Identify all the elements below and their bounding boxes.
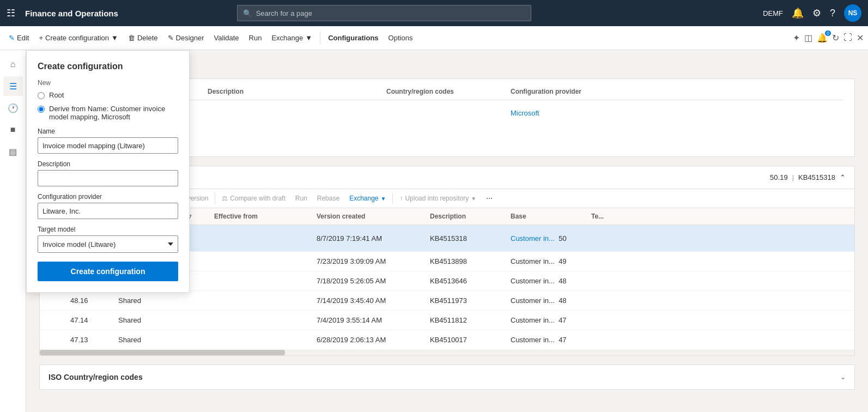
validate-button[interactable]: Validate	[210, 32, 244, 44]
row-version-created: 6/28/2019 2:06:13 AM	[317, 336, 426, 344]
radio-root-label: Root	[49, 91, 64, 99]
row-base: Customer in... 50	[511, 234, 587, 243]
designer-button[interactable]: ✎ Designer	[163, 32, 209, 44]
notif-badge-icon[interactable]: 🔔 0	[817, 33, 828, 43]
radio-derive-option[interactable]: Derive from Name: Customer invoice model…	[38, 105, 178, 121]
base-link[interactable]: Customer in...	[511, 234, 555, 243]
configurations-button[interactable]: Configurations	[324, 32, 383, 44]
radio-derive-label: Derive from Name: Customer invoice model…	[49, 105, 178, 121]
designer-label: Designer	[176, 34, 204, 42]
version-num: 50.19	[770, 173, 788, 181]
delete-button[interactable]: 🗑 Delete	[124, 32, 162, 44]
table-row[interactable]: 47.13 Shared 6/28/2019 2:06:13 AM KB4510…	[40, 330, 854, 350]
ver-divider-3	[215, 193, 215, 204]
kb-num: KB4515318	[798, 173, 835, 181]
ver-exchange-caret: ▼	[381, 196, 386, 202]
search-icon: 🔍	[243, 9, 252, 17]
top-nav: ☷ Finance and Operations 🔍 Search for a …	[0, 0, 868, 26]
settings-icon[interactable]: ⚙	[812, 7, 821, 19]
config-provider-value: Microsoft	[511, 109, 843, 117]
description-input[interactable]	[38, 170, 178, 186]
col-description: Description	[208, 88, 382, 95]
main-layout: ⌂ ☰ 🕐 ■ ▤ Create configuration New Root …	[0, 50, 868, 412]
table-row[interactable]: 47.14 Shared 7/4/2019 3:55:14 AM KB45118…	[40, 311, 854, 330]
upload-icon: ↑	[399, 195, 403, 202]
row-description: KB4513646	[430, 277, 506, 285]
upload-repo-button[interactable]: ↑ Upload into repository ▼	[395, 192, 481, 204]
radio-root-option[interactable]: Root	[38, 91, 178, 99]
user-label: DEMF	[763, 9, 783, 17]
compare-draft-button[interactable]: ⚖ Compare with draft	[217, 192, 289, 204]
iso-caret-icon: ⌄	[840, 373, 846, 381]
trash-icon: 🗑	[128, 34, 135, 42]
row-base: Customer in... 47	[511, 336, 587, 344]
search-box[interactable]: 🔍 Search for a page	[237, 5, 531, 21]
radio-derive[interactable]	[38, 106, 45, 113]
exchange-button[interactable]: Exchange ▼	[267, 32, 317, 44]
panel-new-label: New	[38, 79, 178, 87]
row-status: Shared	[118, 336, 184, 344]
rebase-button[interactable]: Rebase	[313, 192, 344, 204]
expand-icon[interactable]: ⛶	[843, 33, 852, 43]
row-base: Customer in... 49	[511, 257, 587, 265]
sidebar-home-icon[interactable]: ⌂	[3, 54, 23, 74]
configurations-label: Configurations	[328, 34, 378, 42]
options-button[interactable]: Options	[384, 32, 417, 44]
upload-repo-label: Upload into repository	[405, 195, 469, 202]
help-icon[interactable]: ?	[830, 8, 835, 19]
row-status: Shared	[118, 316, 184, 324]
run-label: Run	[249, 34, 262, 42]
ver-run-button[interactable]: Run	[291, 192, 312, 204]
ext-icon[interactable]: ◫	[804, 33, 812, 43]
iso-header[interactable]: ISO Country/region codes ⌄	[40, 365, 854, 389]
delete-label: Delete	[137, 34, 158, 42]
row-base-num: 47	[559, 316, 566, 324]
sidebar-dashboard-icon[interactable]: ■	[3, 120, 23, 140]
edit-icon: ✎	[9, 34, 15, 42]
create-configuration-button[interactable]: Create configuration	[38, 262, 178, 281]
hamburger-icon[interactable]: ☷	[7, 7, 15, 19]
col-country: Country/region codes	[386, 88, 506, 95]
provider-input[interactable]	[38, 203, 178, 219]
radio-root[interactable]	[38, 92, 45, 99]
designer-icon: ✎	[168, 34, 174, 42]
sidebar-recent-icon[interactable]: 🕐	[3, 98, 23, 118]
search-placeholder: Search for a page	[256, 9, 312, 17]
close-icon[interactable]: ✕	[857, 33, 864, 43]
col-base: Base	[511, 213, 587, 220]
caret-icon: ▼	[111, 34, 118, 42]
sidebar-list-icon[interactable]: ☰	[3, 76, 23, 96]
ver-exchange-label: Exchange	[349, 195, 378, 202]
toolbar: ✎ Edit + Create configuration ▼ 🗑 Delete…	[0, 26, 868, 50]
ver-divider-4	[392, 193, 393, 204]
collapse-icon[interactable]: ⌃	[840, 173, 846, 181]
run-button[interactable]: Run	[245, 32, 266, 44]
refresh-icon[interactable]: ↻	[832, 33, 839, 43]
h-scroll[interactable]	[40, 350, 854, 355]
avatar[interactable]: NS	[844, 4, 861, 22]
target-model-select[interactable]: Invoice model (Litware)	[38, 235, 178, 253]
bell-icon[interactable]: 🔔	[792, 7, 804, 19]
row-base-num: 50	[559, 234, 566, 243]
h-scroll-thumb[interactable]	[40, 350, 285, 355]
top-nav-right: DEMF 🔔 ⚙ ? NS	[763, 4, 861, 22]
row-description: KB4515318	[430, 234, 506, 243]
sidebar-reports-icon[interactable]: ▤	[3, 142, 23, 161]
plus-icon: +	[39, 34, 43, 42]
row-description: KB4511973	[430, 296, 506, 305]
row-base: Customer in... 48	[511, 296, 587, 305]
edit-button[interactable]: ✎ Edit	[4, 32, 33, 44]
more-icon: ⋯	[486, 195, 493, 202]
row-description: KB4511812	[430, 316, 506, 324]
personalize-icon[interactable]: ✦	[793, 33, 800, 43]
panel-title: Create configuration	[38, 62, 178, 71]
ver-exchange-button[interactable]: Exchange ▼	[345, 192, 390, 204]
table-row[interactable]: 48.16 Shared 7/14/2019 3:45:40 AM KB4511…	[40, 291, 854, 311]
provider-label: Configuration provider	[38, 193, 178, 201]
row-version: 47.13	[70, 336, 114, 344]
name-input[interactable]	[38, 137, 178, 154]
col-provider: Configuration provider	[511, 88, 843, 95]
more-button[interactable]: ⋯	[482, 192, 497, 204]
create-configuration-button[interactable]: + Create configuration ▼	[34, 32, 123, 44]
col-te: Te...	[591, 213, 624, 220]
